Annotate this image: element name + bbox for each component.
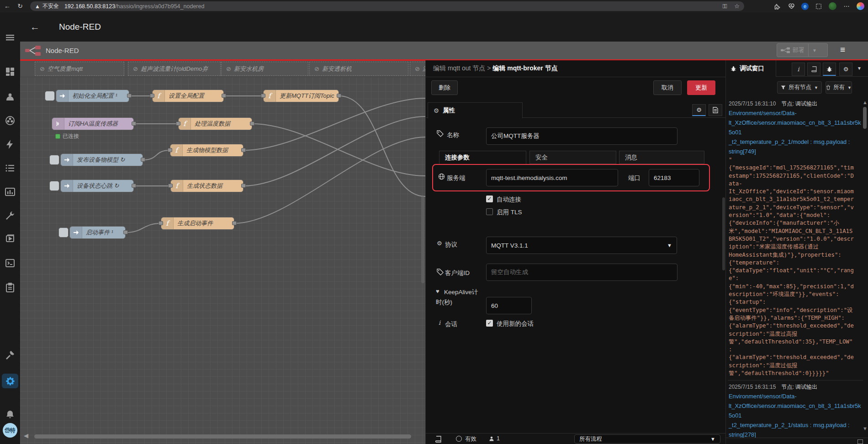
scroll-up-icon[interactable]: ▲ (863, 100, 868, 105)
name-input[interactable]: 公司MQTT服务器 (486, 127, 677, 145)
node-port[interactable] (168, 148, 172, 152)
debug-scrollbar[interactable] (863, 107, 867, 129)
sidebar-hammer-icon[interactable] (5, 350, 16, 361)
sidebar-media-icon[interactable] (5, 115, 16, 126)
node-port[interactable] (176, 122, 180, 126)
edit-doc-view-button[interactable] (709, 104, 722, 116)
node-port[interactable] (150, 94, 154, 98)
copilot-icon[interactable] (857, 2, 864, 10)
keepalive-input[interactable]: 60 (486, 297, 532, 314)
book-icon[interactable] (435, 436, 441, 443)
port-input[interactable]: 62183 (649, 169, 699, 186)
function-node[interactable]: f生成物模型数据 (170, 144, 243, 157)
nodered-menu-icon[interactable]: ≡ (840, 45, 851, 54)
sidebar-dashboard-icon[interactable] (5, 66, 16, 77)
sidebar-debug-button[interactable] (823, 63, 836, 76)
node-port[interactable] (337, 94, 341, 98)
node-port[interactable] (261, 94, 265, 98)
browser-profile-avatar[interactable] (829, 2, 836, 10)
scope-select[interactable]: 所有流程▼ (574, 434, 720, 444)
clientid-input[interactable]: 留空自动生成 (486, 264, 677, 281)
sidebar-help-button[interactable] (807, 63, 820, 76)
node-port[interactable] (141, 158, 145, 162)
wire[interactable] (243, 116, 425, 186)
function-node[interactable]: f生成状态数据 (170, 180, 243, 192)
server-input[interactable]: mqtt-test.ihemodialysis.com (486, 169, 618, 186)
sidebar-info-button[interactable]: i (792, 63, 805, 76)
inject-node[interactable]: 设备状态心跳 ↻ (60, 180, 134, 192)
browser-back-icon[interactable]: ← (3, 0, 12, 12)
debug-filter-button[interactable]: 所有节点 ▼ (777, 81, 822, 94)
mqtt-node[interactable]: 订阅HA温度传感器 (52, 117, 134, 130)
node-port[interactable] (132, 122, 136, 126)
breadcrumb-parent[interactable]: 编辑 mqtt out 节点 (433, 64, 485, 72)
tab-properties[interactable]: ⚙ 属性 (428, 102, 523, 118)
ha-back-icon[interactable]: ← (30, 21, 40, 32)
clean-session-checkbox[interactable]: ✓ (486, 320, 493, 327)
flow-canvas[interactable]: ⊘空气质量mqtt⊘超声波流量计(oldDemo弃⊘新安水机房⊘新安透析机⊘温 … (20, 61, 425, 444)
debug-message[interactable]: 2025/7/15 16:31:15节点: 调试输出Environment/se… (728, 381, 863, 438)
node-port[interactable] (159, 221, 163, 225)
node-port[interactable] (132, 184, 136, 188)
wire[interactable] (234, 137, 425, 223)
function-node[interactable]: f更新MQTT订阅Topic (263, 90, 339, 102)
sidebar-menu-icon[interactable] (5, 32, 16, 43)
debug-topic[interactable]: _t2_temperature_p_2_1/model : msg.payloa… (729, 137, 862, 147)
browser-more-icon[interactable]: ⋯ (842, 2, 851, 11)
favorite-star-icon[interactable]: ☆ (734, 3, 740, 10)
sidebar-energy-icon[interactable] (5, 139, 16, 150)
update-button[interactable]: 更新 (687, 80, 715, 95)
node-port[interactable] (222, 94, 226, 98)
scroll-down-icon[interactable]: ▼ (863, 426, 868, 431)
deploy-options-icon[interactable]: ▼ (808, 44, 820, 57)
node-port[interactable] (241, 184, 246, 188)
tls-checkbox[interactable] (486, 208, 493, 215)
inject-node[interactable]: 初始化全局配置 ¹ (56, 90, 129, 102)
inject-node[interactable]: 发布设备物模型 ↻ (60, 153, 143, 166)
delete-button[interactable]: 删除 (431, 80, 458, 95)
cancel-button[interactable]: 取消 (653, 80, 682, 95)
debug-topic[interactable]: lt_XzOffice/sensor.miaomiaoc_cn_blt_3_11… (729, 118, 862, 137)
debug-message[interactable]: 2025/7/15 16:31:10节点: 调试输出Environment/se… (728, 97, 863, 381)
node-port[interactable] (168, 184, 173, 188)
sidebar-person-icon[interactable] (5, 91, 16, 102)
wire[interactable] (339, 96, 425, 196)
extensions-icon[interactable] (773, 2, 781, 11)
password-key-icon[interactable]: ⚿ (722, 3, 727, 10)
inject-button[interactable] (58, 227, 69, 238)
debug-clear-button[interactable]: 所有 ▼ (826, 81, 852, 94)
sidebar-media-player-icon[interactable] (5, 233, 16, 244)
node-port[interactable] (241, 148, 246, 152)
debug-topic[interactable]: lt_XzOffice/sensor.miaomiaoc_cn_blt_3_11… (729, 401, 862, 420)
security-badge[interactable]: ▲ 不安全 (35, 2, 59, 10)
edit-gear-view-button[interactable]: ⚙ (692, 104, 706, 116)
browser-health-icon[interactable] (787, 2, 795, 11)
node-port[interactable] (127, 94, 132, 98)
canvas-h-scrollbar[interactable] (34, 434, 411, 439)
autoconnect-checkbox[interactable]: ✓ (486, 196, 493, 202)
function-node[interactable]: f设置全局配置 (152, 90, 224, 102)
sidebar-logbook-icon[interactable] (5, 163, 16, 174)
function-node[interactable]: f处理温度数据 (178, 117, 252, 130)
sidebar-more-icon[interactable]: ▼ (857, 66, 862, 71)
subtab-security[interactable]: 安全 (529, 151, 616, 164)
debug-payload[interactable]: " {"messageId":"mdl_1752568271165","tim … (729, 156, 862, 377)
debug-topic[interactable]: Environment/sensor/Data- (729, 391, 862, 401)
wire[interactable] (126, 223, 161, 233)
browser-refresh-icon[interactable]: ↻ (16, 0, 25, 12)
sidebar-bell-icon[interactable] (5, 409, 16, 420)
node-port[interactable] (250, 122, 254, 126)
sidebar-history-icon[interactable] (5, 186, 16, 197)
inject-node[interactable]: 启动事件 ¹ (69, 226, 126, 239)
sidebar-item-settings-active[interactable] (2, 374, 18, 388)
wire[interactable] (143, 150, 170, 160)
node-port[interactable] (232, 221, 237, 225)
edit-panel-scrollbar[interactable] (722, 197, 725, 270)
tab-debug[interactable]: 调试窗口 (726, 60, 776, 77)
canvas-v-scrollbar[interactable] (421, 196, 424, 283)
sidebar-wrench-icon[interactable] (5, 210, 16, 221)
function-node[interactable]: f生成启动事件 (161, 217, 234, 230)
sidebar-terminal-icon[interactable] (5, 258, 16, 269)
sidebar-config-button[interactable]: ⚙ (839, 63, 852, 76)
ha-user-avatar[interactable]: 岱特 (3, 423, 17, 438)
